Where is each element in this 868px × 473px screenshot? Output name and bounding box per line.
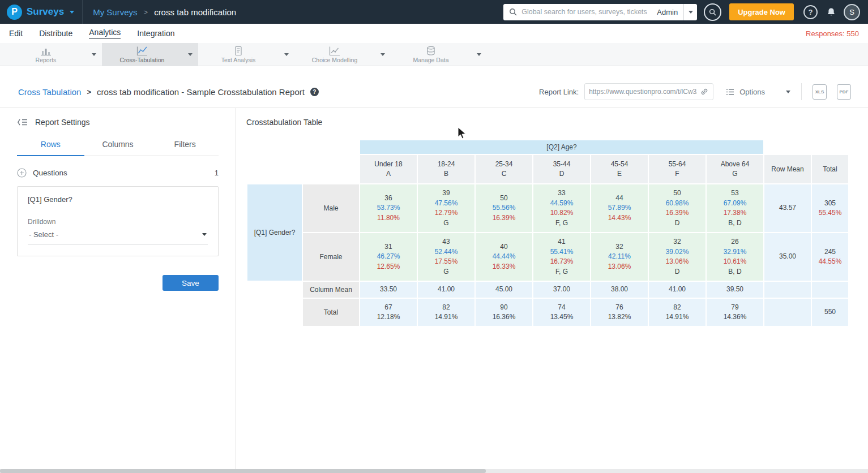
chevron-down-icon[interactable] <box>471 43 487 66</box>
scrollbar-thumb[interactable] <box>0 469 486 473</box>
crosstab-table: [Q2] Age?Under 18A18-24B25-34C35-44D45-5… <box>246 139 849 327</box>
topbar: P Surveys My Surveys > cross tab modific… <box>0 0 868 24</box>
reports-icon: Reports <box>6 43 86 66</box>
tab-filters[interactable]: Filters <box>151 135 219 156</box>
column-header: 35-44D <box>533 155 590 183</box>
nav-item-edit[interactable]: Edit <box>9 29 23 38</box>
total-cell: 7613.82% <box>591 299 648 326</box>
data-cell: 4155.41%16.73%F, G <box>533 233 590 281</box>
total-cell: 7413.45% <box>533 299 590 326</box>
nav-item-integration[interactable]: Integration <box>137 29 174 38</box>
breadcrumb-separator: > <box>87 88 91 96</box>
options-label: Options <box>739 88 765 96</box>
row-label: Male <box>303 184 359 232</box>
data-cell: 3653.73%11.80% <box>360 184 417 232</box>
questions-label: Questions <box>33 169 67 177</box>
total-header: Total <box>812 155 848 183</box>
column-mean-cell: 45.00 <box>476 282 532 298</box>
brand-label: Surveys <box>27 6 64 18</box>
row-group-header: [Q1] Gender? <box>247 184 302 281</box>
export-xls-icon[interactable]: XLS <box>813 84 827 100</box>
column-header: 45-54E <box>591 155 648 183</box>
horizontal-scrollbar[interactable] <box>0 469 868 473</box>
breadcrumb-cross-tabulation[interactable]: Cross Tabulation <box>18 87 81 97</box>
empty-mean-cell <box>812 282 848 298</box>
toolbar-item-reports[interactable]: Reports <box>6 43 102 66</box>
nav-item-distribute[interactable]: Distribute <box>39 29 72 38</box>
toolbar-item-choice[interactable]: Choice Modelling <box>294 43 391 66</box>
main-area: Crosstabulation Table [Q2] Age?Under 18A… <box>236 108 868 473</box>
total-cell: 9016.36% <box>476 299 532 326</box>
avatar[interactable]: S <box>844 4 860 20</box>
tab-rows[interactable]: Rows <box>17 135 84 156</box>
total-cell: 6712.18% <box>360 299 417 326</box>
drilldown-select[interactable]: - Select - <box>28 226 208 244</box>
chevron-down-icon[interactable] <box>375 43 391 66</box>
toolbar-item-crosstab[interactable]: Cross-Tabulation <box>102 43 198 66</box>
empty-mean-cell <box>764 299 811 326</box>
global-search-input[interactable]: Global search for users, surveys, ticket… <box>503 4 683 20</box>
report-link-url: https://www.questionpro.com/t/lCw3Zc <box>589 88 697 96</box>
table-title: Crosstabulation Table <box>246 118 868 127</box>
breadcrumb-my-surveys[interactable]: My Surveys <box>93 7 137 17</box>
chevron-down-icon <box>689 11 693 14</box>
notifications-icon[interactable] <box>827 7 836 17</box>
data-icon: Manage Data <box>391 43 471 66</box>
question-title: [Q1] Gender? <box>28 195 208 204</box>
search-button[interactable] <box>704 3 721 21</box>
column-header: Under 18A <box>360 155 417 183</box>
search-scope-dropdown[interactable] <box>683 4 697 20</box>
total-cell: 8214.91% <box>418 299 474 326</box>
export-pdf-icon[interactable]: PDF <box>837 84 851 100</box>
data-cell: 4457.89%14.43% <box>591 184 648 232</box>
nav-row: EditDistributeAnalyticsIntegration Respo… <box>0 24 868 43</box>
chevron-down-icon[interactable] <box>182 43 198 66</box>
table-cell <box>247 282 302 298</box>
data-cell: 5055.56%16.39% <box>476 184 532 232</box>
tab-columns[interactable]: Columns <box>84 135 152 156</box>
total-cell: 8214.91% <box>649 299 705 326</box>
divider <box>801 83 802 100</box>
add-question-icon[interactable] <box>17 168 27 178</box>
questionpro-logo: P <box>7 5 22 20</box>
link-icon[interactable] <box>700 87 709 96</box>
upgrade-button[interactable]: Upgrade Now <box>729 3 794 20</box>
table-cell <box>812 140 848 154</box>
app-switcher[interactable]: P Surveys <box>7 5 74 20</box>
report-link-input[interactable]: https://www.questionpro.com/t/lCw3Zc <box>584 83 713 100</box>
empty-mean-cell <box>764 282 811 298</box>
help-icon[interactable]: ? <box>803 5 818 19</box>
chevron-down-icon[interactable] <box>279 43 294 66</box>
search-icon <box>509 8 517 16</box>
toolbar-item-data[interactable]: Manage Data <box>391 43 487 66</box>
column-mean-label: Column Mean <box>303 282 359 298</box>
table-cell <box>247 299 302 326</box>
total-row-label: Total <box>303 299 359 326</box>
topbar-divider <box>82 0 83 24</box>
chevron-down-icon[interactable] <box>86 43 102 66</box>
column-header: 18-24B <box>418 155 474 183</box>
content: Report Settings RowsColumnsFilters Quest… <box>0 108 868 473</box>
search-placeholder: Global search for users, surveys, ticket… <box>521 8 652 16</box>
toolbar-item-label: Choice Modelling <box>312 57 358 63</box>
breadcrumb-separator: > <box>144 8 148 16</box>
settings-tabs: RowsColumnsFilters <box>17 135 219 156</box>
column-header: 55-64F <box>649 155 705 183</box>
save-button[interactable]: Save <box>163 275 219 291</box>
options-button[interactable]: Options <box>726 88 790 96</box>
chevron-down-icon <box>786 91 790 93</box>
row-label: Female <box>303 233 359 281</box>
nav-item-analytics[interactable]: Analytics <box>89 28 121 39</box>
report-help-icon[interactable]: ? <box>310 88 319 96</box>
table-cell <box>247 155 302 183</box>
collapse-panel-icon[interactable] <box>17 118 28 126</box>
table-cell <box>303 155 359 183</box>
data-cell: 5367.09%17.38%B, D <box>707 184 763 232</box>
question-card: [Q1] Gender? Drilldown - Select - <box>17 186 219 256</box>
drilldown-label: Drilldown <box>28 218 208 226</box>
nav-tabs: EditDistributeAnalyticsIntegration <box>9 28 191 39</box>
analytics-toolbar: ReportsCross-TabulationText AnalysisChoi… <box>0 43 868 66</box>
data-cell: 4352.44%17.55%G <box>418 233 474 281</box>
toolbar-item-text[interactable]: Text Analysis <box>198 43 294 66</box>
row-mean-cell: 35.00 <box>764 233 811 281</box>
